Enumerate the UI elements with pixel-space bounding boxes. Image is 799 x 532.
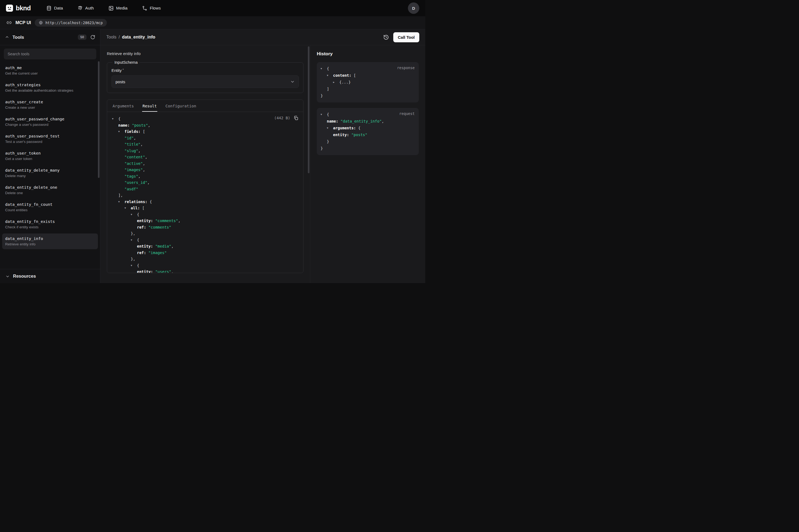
- tool-name: data_entity_fn_count: [5, 202, 95, 207]
- tool-list-item[interactable]: auth_user_password_change Change a user'…: [2, 114, 98, 130]
- json-line: entity: "media",: [112, 243, 298, 250]
- tool-list-item[interactable]: auth_user_password_test Test a user's pa…: [2, 131, 98, 147]
- collapse-toggle-icon[interactable]: ▼: [118, 129, 125, 135]
- collapse-toggle-icon[interactable]: ▼: [118, 199, 125, 205]
- tool-description-text: Create a new user: [5, 106, 95, 110]
- content-row: Retrieve entity info InputSchema Entity*…: [100, 45, 425, 283]
- breadcrumb-separator: /: [118, 35, 120, 40]
- entity-select[interactable]: posts: [112, 75, 299, 88]
- json-line: ▼relations: {: [112, 199, 298, 205]
- collapse-toggle-icon[interactable]: ▼: [321, 111, 327, 118]
- nav-item-auth[interactable]: Auth: [78, 6, 94, 11]
- json-line: "content",: [112, 154, 298, 160]
- tools-count-badge: 50: [78, 34, 87, 40]
- nav-item-label: Media: [116, 6, 128, 11]
- resources-section-title: Resources: [13, 273, 36, 279]
- tool-description-text: Delete one: [5, 191, 95, 195]
- flows-icon: [142, 6, 147, 11]
- user-avatar[interactable]: D: [408, 2, 419, 14]
- tool-list-item[interactable]: auth_strategies Get the available authen…: [2, 80, 98, 95]
- collapse-toggle-icon[interactable]: ▼: [131, 211, 137, 218]
- breadcrumb-bar: Tools / data_entity_info Call Tool: [100, 29, 425, 45]
- tools-collapse-chevron-icon[interactable]: [5, 35, 9, 39]
- tool-description-text: Get the available authentication strateg…: [5, 89, 95, 93]
- mcp-url-pill[interactable]: http://localhost:28623/mcp: [35, 19, 107, 26]
- collapse-toggle-icon[interactable]: ▼: [131, 237, 137, 244]
- tool-description-text: Test a user's password: [5, 140, 95, 144]
- json-line: ▼all: [: [112, 205, 298, 211]
- tool-list-item[interactable]: data_entity_fn_exists Check if entity ex…: [2, 216, 98, 232]
- json-line: ▼{: [112, 263, 298, 269]
- json-line: ▶{...}: [321, 79, 415, 86]
- json-line: ▼{: [112, 116, 298, 122]
- request-tag: request: [399, 111, 415, 116]
- tool-name: auth_me: [5, 65, 95, 70]
- call-tool-button[interactable]: Call Tool: [393, 32, 419, 42]
- tool-name: auth_strategies: [5, 83, 95, 87]
- json-line: "title",: [112, 141, 298, 148]
- tool-description-text: Check if entity exists: [5, 225, 95, 229]
- mcp-subheader: MCP UI http://localhost:28623/mcp: [0, 16, 425, 29]
- globe-icon: [39, 21, 43, 25]
- result-tab-bar: Arguments Result Configuration: [107, 100, 303, 112]
- nav-item-label: Flows: [150, 6, 160, 11]
- tool-list-item[interactable]: data_entity_delete_one Delete one: [2, 182, 98, 198]
- json-line: "users_id",: [112, 179, 298, 186]
- collapse-toggle-icon[interactable]: ▼: [131, 263, 137, 269]
- tool-name: auth_user_token: [5, 151, 95, 155]
- copy-icon[interactable]: [293, 115, 298, 120]
- resources-section-toggle[interactable]: Resources: [0, 269, 100, 283]
- bknd-logo[interactable]: bknd: [6, 4, 31, 12]
- collapse-toggle-icon[interactable]: ▼: [327, 72, 333, 79]
- tool-list-item[interactable]: auth_user_token Get a user token: [2, 148, 98, 164]
- json-line: }: [321, 93, 415, 99]
- json-line: entity: "comments",: [112, 218, 298, 224]
- json-line: }: [321, 138, 415, 145]
- tool-list-item[interactable]: data_entity_fn_count Count entities: [2, 199, 98, 215]
- history-request-card[interactable]: request ▼{name: "data_entity_info",▼argu…: [317, 108, 419, 155]
- history-icon[interactable]: [383, 34, 389, 40]
- sidebar-scrollbar[interactable]: [98, 61, 99, 178]
- collapse-toggle-icon[interactable]: ▼: [125, 205, 131, 211]
- tool-name: data_entity_info: [5, 236, 95, 241]
- result-panel-tab[interactable]: Result: [142, 100, 157, 112]
- refresh-icon[interactable]: [90, 35, 95, 40]
- json-line: "tags",: [112, 173, 298, 180]
- tool-name: auth_user_password_change: [5, 117, 95, 121]
- search-tools-input[interactable]: [4, 49, 96, 59]
- json-line: ref: "comments": [112, 224, 298, 231]
- tool-list-item[interactable]: auth_me Get the current user: [2, 63, 98, 78]
- json-line: name: "data_entity_info",: [321, 118, 415, 125]
- collapse-toggle-icon[interactable]: ▼: [327, 125, 333, 132]
- collapse-toggle-icon[interactable]: ▼: [112, 116, 118, 122]
- collapse-toggle-icon[interactable]: ▼: [321, 65, 327, 72]
- json-line: ▼content: [: [321, 72, 415, 79]
- main-layout: Tools 50 auth_me Get the current user au…: [0, 29, 425, 283]
- input-schema-fieldset: InputSchema Entity* posts: [107, 60, 304, 93]
- nav-item-data[interactable]: Data: [46, 6, 63, 11]
- tools-sidebar: Tools 50 auth_me Get the current user au…: [0, 29, 100, 283]
- tool-list-item[interactable]: auth_user_create Create a new user: [2, 97, 98, 113]
- nav-item-media[interactable]: Media: [109, 6, 128, 11]
- tool-list-item[interactable]: data_entity_info Retrieve entity info: [2, 233, 98, 249]
- json-line: ▼{: [112, 211, 298, 218]
- tool-description-text: Get a user token: [5, 157, 95, 161]
- result-card: Arguments Result Configuration (442 B) ▼…: [107, 99, 304, 273]
- result-panel-tab[interactable]: Arguments: [112, 100, 134, 112]
- top-nav: bknd Data Auth Media Flows D: [0, 0, 425, 16]
- image-icon: [109, 6, 114, 11]
- mcp-url: http://localhost:28623/mcp: [45, 21, 102, 25]
- main-scrollbar[interactable]: [308, 46, 309, 173]
- result-panel-tab[interactable]: Configuration: [165, 100, 197, 112]
- tool-list-item[interactable]: data_entity_delete_many Delete many: [2, 165, 98, 181]
- history-response-card[interactable]: response ▼{▼content: [▶{...}]}: [317, 62, 419, 102]
- json-line: "images",: [112, 167, 298, 173]
- json-line: "slug",: [112, 148, 298, 154]
- entity-field-label: Entity*: [112, 68, 299, 73]
- response-tag: response: [397, 65, 415, 70]
- breadcrumb-tools-link[interactable]: Tools: [106, 35, 116, 40]
- expand-toggle-icon[interactable]: ▶: [333, 79, 339, 86]
- database-icon: [46, 6, 52, 11]
- tools-header: Tools 50: [0, 29, 100, 45]
- nav-item-flows[interactable]: Flows: [142, 6, 160, 11]
